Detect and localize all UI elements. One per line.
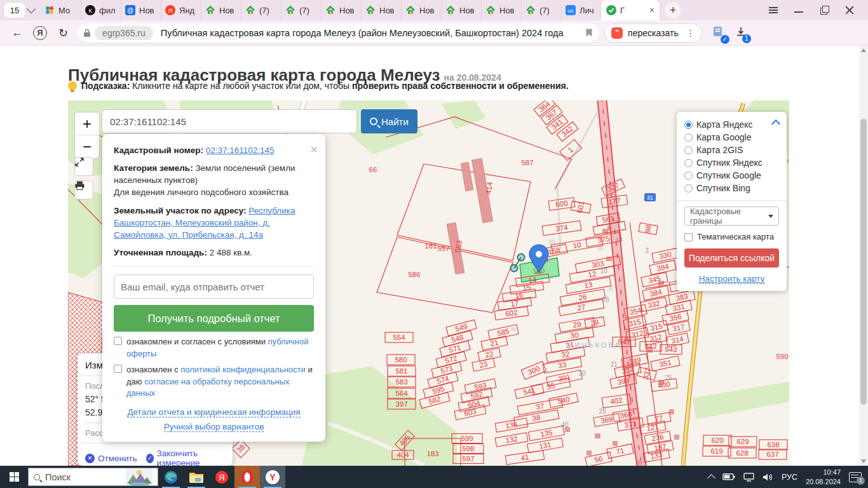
cadastral-borders-select[interactable]: Кадастровые границы [684,207,779,226]
network-icon[interactable] [743,473,754,482]
tab-6[interactable]: (7) [281,0,321,20]
tab-5[interactable]: (7) [241,0,281,20]
downloads-icon[interactable]: 1 [735,26,747,40]
bookmark-icon[interactable] [585,28,593,37]
layer-option-3[interactable]: Спутник Яндекс [684,156,779,169]
scrollbar-thumb[interactable] [860,119,867,405]
tab-0[interactable]: Мо [41,0,81,20]
thematic-map-checkbox[interactable] [684,233,693,241]
window-close-icon[interactable] [845,6,854,15]
back-icon[interactable]: ← [11,26,23,39]
window-restore-icon[interactable] [820,6,829,15]
find-button[interactable]: Найти [361,109,417,133]
parcel-label: 557 [437,245,449,252]
speaker-icon[interactable] [763,473,773,482]
consent-link[interactable]: согласие на обработку персональных данны… [126,377,290,398]
layer-option-0[interactable]: Карта Яндекс [684,118,779,131]
finish-measure-button[interactable]: ✓Закончить измерение [146,449,225,466]
zoom-in-button[interactable]: + [75,112,99,135]
svg-text:Я: Я [219,472,224,482]
taskbar-clock[interactable]: 10:4720.08.2024 [806,468,841,486]
street-label: МИНЬКОВА [567,341,621,349]
report-details-link[interactable]: Детали отчета и юридическая информация [127,407,300,417]
tab-close-icon[interactable]: × [649,6,654,15]
tab-11[interactable]: Нов [481,0,521,20]
radio-icon[interactable] [684,172,693,180]
search-input[interactable] [102,109,357,133]
radio-icon[interactable] [684,184,693,193]
tab-counter[interactable]: 15 [4,3,34,18]
radio-icon[interactable] [684,133,693,142]
extension-icon[interactable]: ✓ [712,25,725,41]
manual-select-link[interactable]: Ручной выбор вариантов [164,422,264,432]
address-bar[interactable]: egrp365.ru Публичная кадастровая карта г… [77,24,599,43]
tab-13[interactable]: VKЛич [561,0,601,20]
cadastral-number-link[interactable]: 02:37:161102:145 [206,146,275,155]
url-host[interactable]: egrp365.ru [95,26,153,40]
print-button[interactable] [74,180,93,200]
radio-icon[interactable] [684,146,693,154]
search-highlight-image [126,468,153,485]
scroll-down-arrow[interactable] [861,459,866,463]
taskbar-explorer-icon[interactable] [184,466,209,488]
share-link-button[interactable]: Поделиться ссылкой [684,248,779,268]
email-field[interactable] [114,274,314,299]
layer-option-4[interactable]: Спутник Google [684,169,779,182]
taskbar-yandex-icon[interactable]: Я [209,466,234,488]
house-favicon-icon [325,5,336,15]
radio-icon[interactable] [684,159,693,167]
layer-option-1[interactable]: Карта Google [684,131,779,144]
retell-button[interactable]: " пересказать ⋮ [604,24,702,43]
tab-counter-value: 15 [4,3,25,18]
taskbar-edge-icon[interactable] [158,466,184,488]
layer-option-5[interactable]: Спутник Bing [684,182,779,194]
tab-4[interactable]: Нов [201,0,241,20]
start-button[interactable] [0,466,28,488]
language-indicator[interactable]: РУС [782,473,797,482]
k-favicon-icon: К [85,5,95,15]
tab-1[interactable]: Кфил [81,0,121,20]
tab-2[interactable]: @Нов [121,0,161,20]
taskbar-opera-icon[interactable] [234,466,260,488]
cancel-measure-button[interactable]: ✕Отменить [85,454,137,463]
privacy-link[interactable]: политикой конфиденциальности [180,365,306,374]
radio-icon[interactable] [684,121,693,129]
scroll-up-arrow[interactable] [861,48,866,52]
browser-url-row: ← Я ↻ egrp365.ru Публичная кадастровая к… [0,20,868,46]
cadastral-map[interactable]: 6658758618155759014145534414536436734134… [68,100,789,466]
zoom-out-button[interactable]: − [75,135,99,158]
chevron-down-icon [27,4,36,13]
tab-7[interactable]: Нов [321,0,361,20]
tab-8[interactable]: Нов [361,0,401,20]
tray-expand-icon[interactable] [707,474,715,482]
yandex-page-icon[interactable]: Я [33,26,47,40]
parcel-label: 21 [610,361,618,368]
tab-3[interactable]: ЯЯнд [161,0,201,20]
layer-option-2[interactable]: Карта 2GIS [684,144,779,156]
taskbar-yandex-browser-icon[interactable]: Y [260,466,285,488]
popup-close-icon[interactable]: × [310,140,318,158]
parcel-label: 597 [462,455,474,463]
configure-map-link[interactable]: Настроить карту [684,274,779,283]
window-menu-icon[interactable] [769,6,778,15]
tab-active[interactable]: Г × [601,0,660,20]
more-options-icon[interactable]: ⋮ [686,28,695,38]
window-minimize-icon[interactable] [794,6,803,15]
new-tab-button[interactable]: + [665,2,681,18]
get-report-button[interactable]: Получить подробный отчет [114,305,314,332]
house-favicon-icon [405,5,416,15]
svg-text:Y: Y [269,472,276,482]
offer-checkbox[interactable] [114,337,122,345]
tab-12[interactable]: (7) [521,0,561,20]
privacy-checkbox[interactable] [114,365,122,373]
house-favicon-icon [485,5,496,15]
road-number-badge: 31 [644,193,656,201]
tab-9[interactable]: Нов [401,0,441,20]
fullscreen-button[interactable] [74,157,93,176]
taskbar-search[interactable]: Поиск [28,468,158,486]
refresh-icon[interactable]: ↻ [58,26,68,40]
hint-line: Подсказка: Кликните на карте на любой уч… [68,81,569,91]
battery-icon[interactable] [722,473,735,480]
tab-10[interactable]: Нов [441,0,481,20]
notification-icon[interactable]: 1 [849,472,862,482]
